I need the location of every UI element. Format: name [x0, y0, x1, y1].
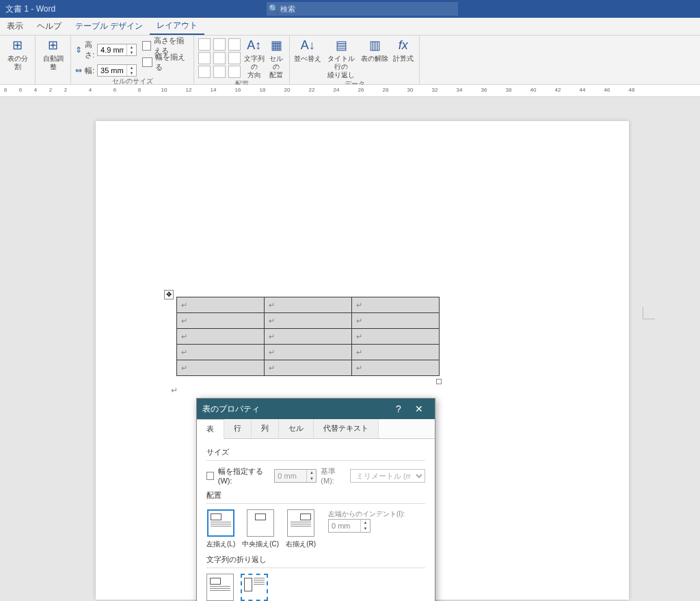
repeat-header-button[interactable]: ▤ タイトル行の 繰り返し [324, 37, 358, 79]
autofit-icon: ⊞ [45, 37, 62, 53]
table-cell[interactable]: ↵ [177, 360, 265, 376]
align-section-label: 配置 [206, 490, 425, 500]
tab-layout[interactable]: レイアウト [150, 18, 204, 35]
table-cell[interactable]: ↵ [177, 313, 265, 329]
width-spinner[interactable]: ▲▼ [97, 64, 137, 77]
dialog-titlebar[interactable]: 表のプロパティ ? ✕ [197, 399, 435, 419]
align-bc[interactable] [213, 66, 226, 78]
table-move-handle[interactable]: ✥ [164, 290, 174, 299]
basis-label: 基準(M): [321, 466, 346, 485]
height-input[interactable] [98, 44, 126, 55]
table-cell[interactable]: ↵ [265, 297, 352, 313]
dialog-title: 表のプロパティ [202, 403, 260, 415]
tab-help[interactable]: ヘルプ [30, 18, 68, 35]
table-cell[interactable]: ↵ [352, 360, 440, 376]
document-area: ✥ ↵↵↵↵↵↵↵↵↵↵↵↵↵↵↵ ↵ 表のプロパティ ? ✕ 表 行 列 セル… [0, 97, 700, 601]
search-box[interactable]: 🔍 [267, 2, 458, 16]
align-br[interactable] [228, 66, 241, 78]
table-cell[interactable]: ↵ [177, 345, 265, 360]
indent-spinner[interactable]: ▲▼ [328, 519, 371, 533]
distribute-cols-icon [142, 57, 152, 67]
width-down[interactable]: ▼ [127, 70, 136, 76]
tab-table-design[interactable]: テーブル デザイン [68, 18, 150, 35]
align-center-option[interactable]: 中央揃え(C) [242, 509, 279, 549]
width-spinner[interactable]: ▲▼ [274, 469, 317, 483]
dialog-tab-alt[interactable]: 代替テキスト [314, 419, 379, 438]
wrap-none-option[interactable]: なし(N) [206, 574, 234, 601]
sort-button[interactable]: A↓ 並べ替え [294, 37, 321, 63]
align-bl[interactable] [198, 66, 211, 78]
dialog-tab-cell[interactable]: セル [279, 419, 314, 438]
window-title: 文書 1 - Word [5, 3, 55, 15]
tab-view[interactable]: 表示 [0, 18, 30, 35]
table-cell[interactable]: ↵ [265, 345, 352, 360]
table-properties-dialog: 表のプロパティ ? ✕ 表 行 列 セル 代替テキスト サイズ 幅を指定する(W… [196, 398, 435, 601]
dialog-close-button[interactable]: ✕ [409, 399, 429, 419]
specify-width-label: 幅を指定する(W): [218, 466, 271, 485]
align-ml[interactable] [198, 52, 211, 64]
height-up[interactable]: ▲ [127, 44, 136, 50]
cell-margins-button[interactable]: ▦ セルの 配置 [267, 37, 285, 79]
indent-label: 左端からのインデント(I): [328, 509, 405, 519]
formula-icon: fx [395, 37, 412, 53]
title-bar: 文書 1 - Word 🔍 [0, 0, 700, 18]
table-cell[interactable]: ↵ [177, 297, 265, 313]
ribbon-tabs: 表示 ヘルプ テーブル デザイン レイアウト [0, 18, 700, 36]
width-icon: ⇔ [75, 66, 82, 75]
height-down[interactable]: ▼ [127, 50, 136, 55]
specify-width-checkbox[interactable] [206, 472, 214, 480]
table-cell[interactable]: ↵ [177, 329, 265, 345]
sort-icon: A↓ [299, 37, 316, 53]
margin-corner [643, 307, 655, 319]
horizontal-ruler[interactable]: 8642246810121416182022242628303234363840… [0, 85, 700, 97]
height-spinner[interactable]: ▲▼ [97, 44, 137, 56]
width-up[interactable]: ▲ [127, 65, 136, 70]
dialog-tab-table[interactable]: 表 [197, 419, 224, 439]
basis-select[interactable]: ミリメートル (mm) [350, 469, 425, 483]
cell-margins-icon: ▦ [268, 37, 284, 53]
table-resize-handle[interactable] [436, 379, 442, 384]
dialog-help-button[interactable]: ? [388, 399, 409, 419]
size-section-label: サイズ [206, 447, 425, 457]
table-cell[interactable]: ↵ [352, 297, 440, 313]
split-table-icon: ⊞ [10, 37, 26, 53]
distribute-cols-button[interactable]: 幅を揃える [142, 56, 189, 68]
dialog-width-input[interactable] [275, 470, 306, 482]
paragraph-mark: ↵ [171, 386, 178, 395]
table-cell[interactable]: ↵ [265, 329, 352, 345]
align-left-option[interactable]: 左揃え(L) [206, 509, 235, 549]
table-cell[interactable]: ↵ [352, 329, 440, 345]
width-input[interactable] [98, 65, 126, 76]
table-cell[interactable]: ↵ [265, 360, 352, 376]
document-table[interactable]: ↵↵↵↵↵↵↵↵↵↵↵↵↵↵↵ [176, 297, 440, 376]
search-input[interactable] [280, 5, 458, 13]
autofit-button[interactable]: ⊞ 自動調整 [40, 37, 66, 71]
dialog-tab-col[interactable]: 列 [252, 419, 279, 438]
text-direction-button[interactable]: A↕ 文字列の 方向 [243, 37, 265, 79]
align-tl[interactable] [198, 38, 211, 51]
align-tr[interactable] [228, 38, 241, 51]
table-cell[interactable]: ↵ [352, 345, 440, 360]
text-direction-icon: A↕ [246, 37, 262, 53]
repeat-header-icon: ▤ [333, 37, 349, 53]
height-icon: ⇕ [75, 45, 82, 55]
indent-input[interactable] [329, 520, 360, 532]
height-label: 高さ: [85, 40, 94, 60]
table-cell[interactable]: ↵ [265, 313, 352, 329]
split-table-button[interactable]: ⊞ 表の分割 [4, 37, 31, 71]
wrap-section-label: 文字列の折り返し [206, 555, 425, 565]
align-tc[interactable] [213, 38, 226, 51]
convert-icon: ▥ [366, 37, 383, 53]
dialog-tabs: 表 行 列 セル 代替テキスト [197, 419, 435, 439]
table-cell[interactable]: ↵ [352, 313, 440, 329]
distribute-rows-button[interactable]: 高さを揃える [142, 40, 189, 52]
convert-button[interactable]: ▥ 表の解除 [361, 37, 388, 63]
align-mr[interactable] [228, 52, 241, 64]
distribute-rows-icon [142, 41, 151, 51]
align-mc[interactable] [213, 52, 226, 64]
dialog-tab-row[interactable]: 行 [224, 419, 252, 438]
align-right-option[interactable]: 右揃え(R) [286, 509, 316, 549]
formula-button[interactable]: fx 計算式 [391, 37, 415, 63]
search-icon: 🔍 [267, 4, 280, 14]
wrap-around-option[interactable]: する(A) [241, 574, 268, 601]
